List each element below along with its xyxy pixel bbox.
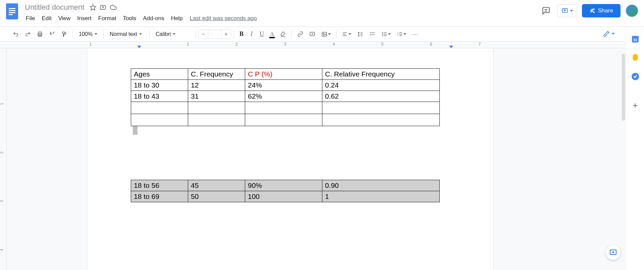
table-cell[interactable]: 90% [245,180,322,191]
add-addon-button[interactable]: + [631,101,640,110]
font-size-input[interactable] [208,30,221,39]
table-row[interactable]: 18 to 56 45 90% 0.90 [131,180,440,191]
caret-down-icon [348,33,351,35]
paint-format-button[interactable] [58,30,70,39]
cloud-status-icon[interactable] [110,4,117,11]
font-select[interactable]: Calibri [152,30,193,39]
print-button[interactable] [34,30,46,39]
numbered-list-button[interactable]: 12 [394,30,409,39]
caret-down-icon [388,33,391,35]
menu-file[interactable]: File [23,14,38,23]
svg-point-20 [323,33,324,34]
last-edit-link[interactable]: Last edit was seconds ago [190,15,257,22]
table-cell[interactable]: 1 [322,191,440,202]
menu-addons[interactable]: Add-ons [140,14,167,23]
vertical-ruler[interactable]: 1 2 3 4 [0,48,7,270]
ruler-indent-marker[interactable] [137,46,141,48]
table-cell[interactable]: 0.90 [322,180,440,191]
menu-insert[interactable]: Insert [74,14,95,23]
menu-help[interactable]: Help [168,14,186,23]
svg-rect-4 [9,14,13,15]
separator [234,30,234,38]
table-row[interactable] [131,114,440,126]
paragraph-style-select[interactable]: Normal text [106,30,147,39]
menu-tools[interactable]: Tools [120,14,140,23]
share-button[interactable]: Share [582,4,621,17]
table-header-cell[interactable]: C P (%) [245,69,322,80]
calendar-icon[interactable]: 31 [631,34,640,44]
ruler-right-marker[interactable] [449,46,453,48]
data-table-1[interactable]: Ages C. Frequency C P (%) C. Relative Fr… [131,68,440,126]
paragraph-gap[interactable] [131,126,449,180]
comments-icon[interactable] [540,4,552,17]
text-color-button[interactable]: A [267,30,277,39]
table-row[interactable] [131,102,440,114]
caret-down-icon [139,33,142,35]
table-cell[interactable]: 12 [188,80,245,91]
table-cell[interactable]: 18 to 69 [131,191,188,202]
highlight-button[interactable] [277,30,289,39]
table-row[interactable]: 18 to 43 31 62% 0.62 [131,91,440,102]
table-cell[interactable]: 24% [245,80,322,91]
table-header-cell[interactable]: C. Relative Frequency [322,69,440,80]
table-cell[interactable]: 45 [188,180,245,191]
spellcheck-button[interactable] [46,30,58,39]
document-page[interactable]: Ages C. Frequency C P (%) C. Relative Fr… [87,48,493,270]
table-row[interactable]: Ages C. Frequency C P (%) C. Relative Fr… [131,69,440,80]
menu-view[interactable]: View [55,14,74,23]
docs-logo-icon[interactable] [5,3,19,20]
separator [336,30,336,38]
table-cell[interactable]: 0.62 [322,91,440,102]
bold-button[interactable]: B [237,30,246,39]
data-table-2[interactable]: 18 to 56 45 90% 0.90 18 to 69 50 100 1 [131,180,440,202]
table-header-cell[interactable]: C. Frequency [188,69,245,80]
insert-comment-button[interactable] [307,30,318,39]
caret-down-icon [404,33,406,35]
insert-link-button[interactable] [294,30,306,39]
svg-rect-2 [9,10,15,11]
insert-image-button[interactable] [319,30,333,39]
table-cell[interactable]: 0.24 [322,80,440,91]
star-icon[interactable] [90,4,96,11]
line-spacing-button[interactable] [355,30,366,39]
table-header-cell[interactable]: Ages [131,69,188,80]
table-row[interactable]: 18 to 69 50 100 1 [131,191,440,202]
zoom-value: 100% [79,31,93,37]
table-cell[interactable]: 18 to 30 [131,80,188,91]
ruler-mark: 2 [235,42,238,47]
tasks-icon[interactable] [631,72,640,81]
table-cell[interactable]: 18 to 56 [131,180,188,191]
table-cell[interactable]: 100 [245,191,322,202]
table-row[interactable]: 18 to 30 12 24% 0.24 [131,80,440,91]
table-cell[interactable]: 50 [188,191,245,202]
zoom-select[interactable]: 100% [75,30,101,39]
account-avatar[interactable] [625,4,639,17]
ruler-mark: 6 [430,42,432,47]
menu-format[interactable]: Format [95,14,119,23]
editing-mode-button[interactable] [598,29,619,40]
more-button[interactable]: ⋯ [410,30,422,39]
table-cell[interactable]: 62% [245,91,322,102]
italic-button[interactable]: I [247,30,256,39]
menu-edit[interactable]: Edit [39,14,54,23]
svg-rect-3 [9,12,15,13]
document-title[interactable]: Untitled document [23,2,86,12]
side-panel: 31 + [626,27,644,270]
bullet-list-button[interactable] [379,30,393,39]
horizontal-ruler[interactable]: 1 1 2 3 4 5 6 7 [0,42,644,48]
redo-button[interactable] [22,30,34,39]
keep-icon[interactable] [631,53,640,62]
add-comment-bubble[interactable] [606,245,621,260]
checklist-button[interactable] [367,30,378,39]
present-button[interactable] [557,4,577,17]
align-button[interactable] [339,30,354,39]
underline-button[interactable]: U [257,30,267,39]
table-cell[interactable]: 31 [188,91,245,102]
table-cell[interactable]: 18 to 43 [131,91,188,102]
font-size-increase[interactable]: + [221,30,231,39]
font-size-decrease[interactable]: − [199,30,208,39]
ruler-mark: 1 [90,42,92,47]
undo-button[interactable] [10,30,21,39]
scrollbar-thumb[interactable] [622,54,625,121]
move-icon[interactable] [100,4,106,11]
